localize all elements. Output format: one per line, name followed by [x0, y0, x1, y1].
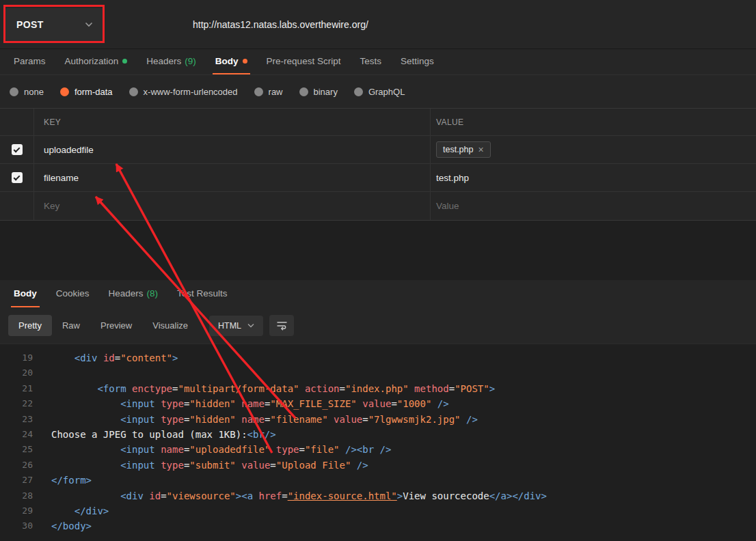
- mode-label: raw: [269, 87, 283, 97]
- request-url-bar: POST http://natas12.natas.labs.overthewi…: [0, 0, 756, 49]
- tab-label: Body: [215, 56, 239, 66]
- response-body-code[interactable]: 19 <div id="content">2021 <form enctype=…: [0, 344, 756, 541]
- radio-selected-icon: [60, 87, 69, 96]
- tab-authorization[interactable]: Authorization: [62, 49, 131, 74]
- mode-label: GraphQL: [368, 87, 405, 97]
- file-chip[interactable]: test.php ×: [436, 141, 491, 158]
- body-mode-graphql[interactable]: GraphQL: [354, 87, 405, 97]
- line-number: 21: [0, 381, 33, 396]
- tab-label: Headers: [146, 56, 181, 66]
- wrap-text-icon: [276, 320, 288, 331]
- code-line: 21 <form enctype="multipart/form-data" a…: [0, 381, 756, 396]
- key-cell[interactable]: filename: [34, 164, 431, 191]
- radio-icon: [129, 87, 138, 96]
- resp-tab-cookies[interactable]: Cookies: [53, 280, 92, 307]
- code-line: 29 </div>: [0, 503, 756, 518]
- body-mode-none[interactable]: none: [10, 87, 44, 97]
- postman-window: POST http://natas12.natas.labs.overthewi…: [0, 0, 756, 541]
- code-line: 30</body>: [0, 518, 756, 533]
- resp-tab-headers[interactable]: Headers(8): [106, 280, 161, 307]
- table-row: filename test.php: [0, 164, 756, 192]
- tab-label: Settings: [401, 56, 434, 66]
- file-chip-label: test.php: [443, 145, 473, 154]
- code-line: 25 <input name="uploadedfile" type="file…: [0, 442, 756, 457]
- code-line: 26 <input type="submit" value="Upload Fi…: [0, 458, 756, 473]
- check-icon: [14, 174, 21, 180]
- code-line: 22 <input type="hidden" name="MAX_FILE_S…: [0, 396, 756, 411]
- view-mode-raw[interactable]: Raw: [52, 315, 90, 336]
- tab-body[interactable]: Body: [213, 49, 250, 74]
- tab-headers[interactable]: Headers(9): [144, 49, 199, 74]
- request-tabs: Params Authorization Headers(9) Body Pre…: [0, 49, 756, 75]
- method-label: POST: [16, 19, 44, 30]
- code-line: 23 <input type="hidden" name="filename" …: [0, 412, 756, 427]
- check-icon: [14, 145, 21, 152]
- body-mode-selector: none form-data x-www-form-urlencoded raw…: [0, 75, 756, 108]
- line-number: 19: [0, 350, 33, 365]
- chevron-down-icon: [85, 22, 93, 27]
- table-header-row: KEY VALUE: [0, 109, 756, 136]
- tab-pre-request-script[interactable]: Pre-request Script: [264, 49, 344, 74]
- body-mode-x-www-form-urlencoded[interactable]: x-www-form-urlencoded: [129, 87, 238, 97]
- line-number: 29: [0, 503, 33, 518]
- line-number: 26: [0, 458, 33, 473]
- auth-status-dot: [122, 59, 127, 64]
- value-input-placeholder[interactable]: Value: [431, 192, 756, 220]
- value-cell[interactable]: test.php ×: [431, 136, 756, 163]
- value-cell[interactable]: test.php: [431, 164, 756, 191]
- tab-label: Headers: [109, 288, 144, 299]
- mode-label: form-data: [75, 87, 113, 97]
- checkbox-column-header: [0, 109, 34, 135]
- tab-label: Authorization: [65, 56, 119, 66]
- code-line: 24Choose a JPEG to upload (max 1KB):<br/…: [0, 427, 756, 442]
- line-number: 24: [0, 427, 33, 442]
- tab-settings[interactable]: Settings: [398, 49, 437, 74]
- response-tabs: Body Cookies Headers(8) Test Results: [0, 280, 756, 307]
- key-input-placeholder[interactable]: Key: [34, 192, 431, 220]
- headers-count: (9): [185, 56, 196, 66]
- view-mode-pretty[interactable]: Pretty: [8, 315, 52, 336]
- radio-icon: [354, 87, 363, 96]
- body-status-dot: [243, 59, 247, 64]
- value-column-header: VALUE: [431, 109, 756, 135]
- code-line: 28 <div id="viewsource"><a href="index-s…: [0, 488, 756, 503]
- mode-label: binary: [314, 87, 338, 97]
- line-number: 23: [0, 412, 33, 427]
- tab-label: Body: [14, 288, 37, 299]
- view-mode-visualize[interactable]: Visualize: [142, 315, 198, 336]
- tab-label: Cookies: [56, 288, 90, 299]
- body-mode-raw[interactable]: raw: [254, 87, 283, 97]
- language-select[interactable]: HTML: [209, 316, 263, 336]
- line-number: 25: [0, 442, 33, 457]
- mode-label: x-www-form-urlencoded: [144, 87, 238, 97]
- radio-icon: [254, 87, 263, 96]
- mode-label: none: [24, 87, 44, 97]
- line-number: 22: [0, 396, 33, 411]
- method-dropdown[interactable]: POST: [5, 8, 104, 41]
- table-empty-row: Key Value: [0, 192, 756, 220]
- tab-label: Test Results: [177, 288, 228, 299]
- row-enabled-checkbox[interactable]: [12, 144, 23, 155]
- wrap-text-button[interactable]: [269, 315, 294, 336]
- body-mode-binary[interactable]: binary: [299, 87, 338, 97]
- code-line: 19 <div id="content">: [0, 350, 756, 365]
- view-mode-preview[interactable]: Preview: [90, 315, 142, 336]
- resp-tab-body[interactable]: Body: [11, 280, 40, 307]
- radio-icon: [10, 87, 18, 96]
- code-line: 27</form>: [0, 473, 756, 488]
- url-input[interactable]: http://natas12.natas.labs.overthewire.or…: [193, 19, 368, 30]
- table-row: uploadedfile test.php ×: [0, 136, 756, 164]
- remove-file-icon[interactable]: ×: [478, 145, 483, 154]
- tab-tests[interactable]: Tests: [357, 49, 384, 74]
- key-column-header: KEY: [34, 109, 431, 135]
- row-enabled-checkbox[interactable]: [12, 172, 23, 183]
- radio-icon: [299, 87, 308, 96]
- key-cell[interactable]: uploadedfile: [34, 136, 431, 163]
- tab-label: Tests: [360, 56, 381, 66]
- tab-params[interactable]: Params: [11, 49, 49, 74]
- resp-tab-test-results[interactable]: Test Results: [174, 280, 230, 307]
- body-mode-form-data[interactable]: form-data: [60, 87, 113, 97]
- chevron-down-icon: [247, 323, 254, 328]
- line-number: 27: [0, 473, 33, 488]
- tab-label: Params: [14, 56, 46, 66]
